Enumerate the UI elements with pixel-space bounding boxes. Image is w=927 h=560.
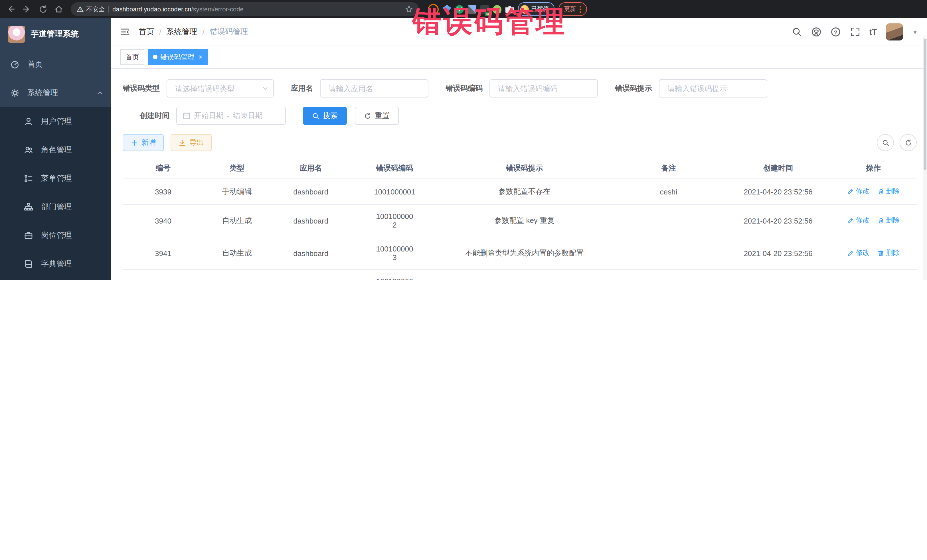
calendar-icon bbox=[182, 112, 190, 120]
search-button[interactable]: 搜索 bbox=[303, 107, 347, 125]
not-secure-warning[interactable]: 不安全 bbox=[76, 5, 105, 14]
help-icon[interactable]: ? bbox=[831, 27, 841, 37]
header-search-icon[interactable] bbox=[792, 27, 802, 37]
avatar-caret-icon[interactable]: ▼ bbox=[912, 29, 918, 35]
extension-icon-orange[interactable] bbox=[428, 4, 439, 15]
delete-link[interactable]: 删除 bbox=[877, 216, 900, 226]
error-hint-field[interactable] bbox=[659, 79, 767, 97]
edit-pen-icon bbox=[847, 250, 854, 256]
column-header: 备注 bbox=[611, 158, 726, 179]
extension-icon-vue-devtools[interactable] bbox=[455, 5, 464, 14]
date-range-picker[interactable]: 开始日期 - 结束日期 bbox=[176, 107, 286, 125]
cell-hint: 参数配置 key 重复 bbox=[438, 205, 611, 237]
address-bar[interactable]: 不安全 dashboard.yudao.iocoder.cn/system/er… bbox=[71, 2, 419, 16]
filter-created-label: 创建时间 bbox=[140, 111, 169, 121]
extension-icon-grid[interactable] bbox=[468, 5, 476, 14]
browser-home-button[interactable] bbox=[53, 3, 65, 15]
browser-back-button[interactable] bbox=[5, 3, 17, 15]
breadcrumb-home[interactable]: 首页 bbox=[138, 27, 154, 37]
breadcrumb-separator: / bbox=[159, 28, 161, 36]
table-row: 3941自动生成dashboard100100000 3不能删除类型为系统内置的… bbox=[123, 237, 917, 269]
user-avatar[interactable] bbox=[886, 23, 903, 41]
edit-link[interactable]: 修改 bbox=[847, 216, 869, 226]
sidebar-item-home[interactable]: 首页 bbox=[0, 50, 111, 79]
sidebar-item-system[interactable]: 系统管理 bbox=[0, 79, 111, 107]
extension-icon-key[interactable] bbox=[493, 5, 501, 14]
filter-row-1: 错误码类型 应用名 错误码编码 bbox=[123, 79, 917, 97]
user-icon bbox=[24, 117, 33, 126]
edit-link[interactable]: 修改 bbox=[847, 187, 869, 196]
bookmark-star-icon[interactable] bbox=[405, 5, 413, 13]
extension-icon-blue-gem[interactable] bbox=[443, 5, 451, 14]
cell-app: dashboard bbox=[271, 237, 351, 269]
app-header: 首页 / 系统管理 / 错误码管理 ? tT ▼ bbox=[111, 18, 927, 46]
sidebar-item-dict[interactable]: 字典管理 bbox=[0, 250, 111, 278]
cell-app: dashboard bbox=[271, 269, 351, 280]
browser-forward-button[interactable] bbox=[21, 3, 33, 15]
sidebar-menu: 首页系统管理用户管理角色管理菜单管理部门管理岗位管理字典管理通知公告审计日志在线… bbox=[0, 50, 111, 280]
tags-view-bar: 首页错误码管理× bbox=[111, 46, 927, 69]
font-size-icon[interactable]: tT bbox=[869, 27, 877, 36]
refresh-table-button[interactable] bbox=[900, 134, 917, 151]
trash-icon bbox=[877, 250, 884, 256]
breadcrumb-system[interactable]: 系统管理 bbox=[167, 27, 198, 37]
sidebar-item-role[interactable]: 角色管理 bbox=[0, 136, 111, 164]
sidebar: 芋道管理系统 首页系统管理用户管理角色管理菜单管理部门管理岗位管理字典管理通知公… bbox=[0, 18, 111, 280]
sidebar-item-menu[interactable]: 菜单管理 bbox=[0, 164, 111, 193]
error-code-table: 编号类型应用名错误码编码错误码提示备注创建时间操作 3939手动编辑dashbo… bbox=[123, 158, 917, 280]
sidebar-item-user[interactable]: 用户管理 bbox=[0, 107, 111, 136]
trash-icon bbox=[877, 188, 884, 195]
paused-label: 已暂停 bbox=[531, 5, 549, 13]
edit-link[interactable]: 修改 bbox=[847, 248, 869, 258]
error-type-select-input[interactable] bbox=[174, 83, 262, 93]
github-icon[interactable] bbox=[811, 27, 821, 37]
cell-actions: 修改删除 bbox=[830, 269, 917, 280]
chevron-up-icon bbox=[96, 90, 103, 96]
filter-hint-label: 错误码提示 bbox=[615, 83, 652, 94]
delete-link[interactable]: 删除 bbox=[877, 248, 900, 258]
delete-link[interactable]: 删除 bbox=[877, 187, 900, 196]
cell-actions: 修改删除 bbox=[830, 205, 917, 237]
omnibox-divider bbox=[108, 6, 109, 12]
toggle-search-button[interactable] bbox=[877, 134, 894, 151]
cell-type: 手动编辑 bbox=[204, 179, 271, 205]
close-icon[interactable]: × bbox=[199, 53, 202, 61]
breadcrumb-current: 错误码管理 bbox=[210, 27, 248, 37]
fullscreen-icon[interactable] bbox=[850, 27, 860, 37]
tab-errcode[interactable]: 错误码管理× bbox=[148, 49, 208, 65]
browser-update-button[interactable]: 更新 bbox=[558, 2, 587, 16]
cell-id: 3941 bbox=[123, 237, 204, 269]
app-name-field[interactable] bbox=[320, 79, 429, 97]
cell-remark bbox=[611, 237, 726, 269]
error-code-input[interactable] bbox=[497, 83, 590, 93]
tab-home[interactable]: 首页 bbox=[120, 49, 144, 65]
add-button[interactable]: 新增 bbox=[123, 134, 164, 151]
cell-hint: 不允许获取敏感配置到前端 bbox=[438, 269, 611, 280]
extensions-puzzle-icon[interactable] bbox=[505, 5, 514, 14]
profile-paused-badge[interactable]: 已暂停 bbox=[518, 2, 554, 16]
sidebar-item-post[interactable]: 岗位管理 bbox=[0, 221, 111, 250]
error-hint-input[interactable] bbox=[666, 83, 760, 93]
menu-tree-icon bbox=[24, 174, 33, 183]
scrollbar-thumb[interactable] bbox=[924, 39, 926, 170]
export-button[interactable]: 导出 bbox=[170, 134, 212, 151]
sidebar-item-dept[interactable]: 部门管理 bbox=[0, 193, 111, 221]
column-header: 应用名 bbox=[271, 158, 351, 179]
reset-button[interactable]: 重置 bbox=[355, 107, 399, 125]
hamburger-icon[interactable] bbox=[119, 26, 131, 38]
error-code-field[interactable] bbox=[489, 79, 598, 97]
on-badge: on bbox=[485, 12, 491, 16]
browser-reload-button[interactable] bbox=[36, 3, 49, 15]
gear-icon bbox=[10, 88, 20, 97]
column-header: 创建时间 bbox=[726, 158, 830, 179]
sidebar-item-notice[interactable]: 通知公告 bbox=[0, 278, 111, 280]
error-type-select[interactable] bbox=[167, 79, 274, 97]
app-name-input[interactable] bbox=[327, 83, 421, 93]
browser-menu-icon[interactable] bbox=[579, 5, 581, 13]
extension-icon-switch[interactable]: on bbox=[480, 5, 489, 14]
filter-code-label: 错误码编码 bbox=[445, 83, 483, 94]
scrollbar[interactable] bbox=[923, 36, 927, 280]
app-logo[interactable]: 芋道管理系统 bbox=[0, 18, 111, 50]
table-row: 3940自动生成dashboard100100000 2参数配置 key 重复2… bbox=[123, 205, 917, 237]
cell-type: 自动生成 bbox=[204, 237, 271, 269]
